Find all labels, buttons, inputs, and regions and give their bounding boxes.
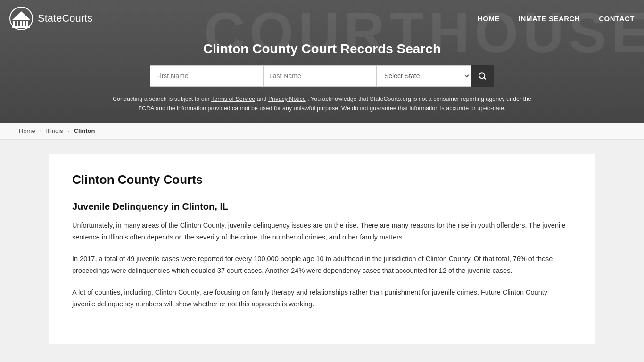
search-button[interactable] (471, 65, 494, 87)
breadcrumb-county: Clinton (74, 127, 95, 134)
svg-line-9 (484, 77, 485, 79)
logo-icon (9, 7, 33, 30)
paragraph-1: Unfortunately, in many areas of the Clin… (72, 220, 572, 244)
breadcrumb: Home › Illinois › Clinton (0, 123, 644, 140)
svg-rect-4 (23, 21, 25, 26)
privacy-link[interactable]: Privacy Notice (268, 96, 306, 102)
nav-links: HOME INMATE SEARCH CONTACT (478, 15, 635, 23)
last-name-input[interactable] (263, 65, 376, 87)
hero-title: Clinton County Court Records Search (9, 41, 635, 57)
breadcrumb-sep-2: › (67, 128, 69, 134)
breadcrumb-sep-1: › (40, 128, 41, 134)
search-bar: Select StateAlabamaAlaskaArizonaArkansas… (9, 65, 635, 87)
svg-marker-6 (12, 11, 30, 20)
svg-rect-2 (17, 21, 18, 26)
search-icon (478, 72, 487, 80)
logo-bold: State (38, 12, 62, 24)
state-select[interactable]: Select StateAlabamaAlaskaArizonaArkansas… (376, 65, 471, 87)
section1-heading: Juvenile Delinquency in Clinton, IL (72, 201, 572, 212)
disclaimer-text: Conducting a search is subject to our Te… (110, 94, 534, 113)
header: StateCourts HOME INMATE SEARCH CONTACT C… (0, 0, 644, 123)
main-content: Clinton County Courts Juvenile Delinquen… (0, 154, 644, 344)
site-logo[interactable]: StateCourts (9, 7, 92, 30)
logo-light: Courts (62, 12, 92, 24)
paragraph-2: In 2017, a total of 49 juvenile cases we… (72, 253, 572, 277)
nav-home[interactable]: HOME (478, 15, 500, 23)
first-name-input[interactable] (150, 65, 263, 87)
svg-rect-7 (12, 26, 30, 28)
disclaimer-prefix: Conducting a search is subject to our (113, 96, 211, 102)
breadcrumb-home[interactable]: Home (19, 127, 35, 134)
hero-section: Clinton County Court Records Search Sele… (0, 37, 644, 123)
paragraph-3: A lot of counties, including, Clinton Co… (72, 287, 572, 311)
nav-contact[interactable]: CONTACT (599, 15, 635, 23)
svg-rect-5 (26, 21, 28, 26)
page-main-title: Clinton County Courts (72, 173, 572, 187)
nav-inmate-search[interactable]: INMATE SEARCH (519, 15, 580, 23)
content-card: Clinton County Courts Juvenile Delinquen… (49, 154, 595, 344)
content-divider (72, 320, 572, 320)
breadcrumb-state[interactable]: Illinois (46, 127, 63, 134)
svg-rect-1 (13, 21, 15, 26)
terms-link[interactable]: Terms of Service (211, 96, 255, 102)
logo-text: StateCourts (38, 12, 92, 25)
and-text: and (257, 96, 268, 102)
svg-rect-3 (20, 21, 22, 26)
nav-bar: StateCourts HOME INMATE SEARCH CONTACT (0, 0, 644, 37)
